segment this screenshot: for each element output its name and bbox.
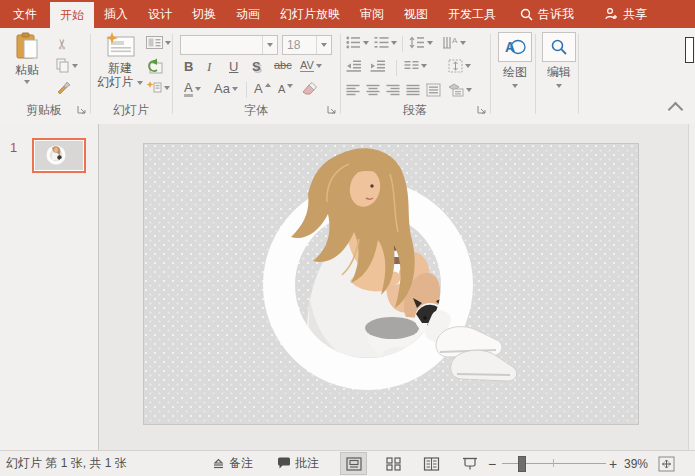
format-painter-button[interactable] <box>56 80 71 95</box>
zoom-out-button[interactable]: − <box>488 451 496 476</box>
columns-button[interactable] <box>404 60 427 72</box>
editing-button[interactable]: 编辑 <box>541 32 577 88</box>
change-case-button[interactable]: Aa <box>214 81 238 96</box>
copy-button[interactable] <box>56 58 78 73</box>
slide-1-thumbnail[interactable] <box>32 138 86 173</box>
eraser-icon <box>302 82 317 96</box>
underline-button[interactable]: U <box>229 59 238 74</box>
tab-home[interactable]: 开始 <box>50 2 94 28</box>
dropdown-arrow-icon <box>363 41 369 45</box>
tab-design[interactable]: 设计 <box>138 0 182 28</box>
align-text-button[interactable] <box>448 59 471 73</box>
fit-to-window-button[interactable] <box>658 451 675 476</box>
zoom-in-button[interactable]: + <box>609 451 617 476</box>
font-color-button[interactable]: A <box>184 81 201 97</box>
notes-toggle[interactable]: 备注 <box>212 451 253 476</box>
drawing-button[interactable]: A 绘图 <box>497 32 533 88</box>
down-arrow-icon <box>287 84 293 88</box>
change-case-glyph: Aa <box>214 81 230 96</box>
tab-insert[interactable]: 插入 <box>94 0 138 28</box>
dropdown-arrow-icon <box>427 41 433 45</box>
tell-me-label: 告诉我 <box>538 6 574 23</box>
text-shadow-button[interactable]: S <box>252 59 261 74</box>
section-button[interactable] <box>146 80 170 95</box>
increase-indent-button[interactable] <box>370 60 386 72</box>
italic-button[interactable]: I <box>207 59 211 75</box>
mini-separator <box>402 36 403 52</box>
line-spacing-button[interactable] <box>409 36 433 49</box>
tab-animations[interactable]: 动画 <box>226 0 270 28</box>
justify-button[interactable] <box>406 84 420 96</box>
justify-icon <box>406 84 420 96</box>
align-right-button[interactable] <box>386 84 400 96</box>
reading-view-icon <box>423 457 440 471</box>
scissors-icon: ✂ <box>54 38 70 50</box>
increase-indent-icon <box>370 60 386 72</box>
shrink-font-button[interactable]: A <box>278 83 293 95</box>
cut-button[interactable]: ✂ <box>56 36 68 52</box>
group-separator <box>340 34 341 114</box>
strikethrough-button[interactable]: abc <box>274 59 292 71</box>
share-button[interactable]: 共享 <box>596 0 655 28</box>
character-spacing-button[interactable]: AV <box>300 59 322 72</box>
paragraph-group-label: 段落 <box>342 102 488 119</box>
tab-slideshow-label: 幻灯片放映 <box>280 6 340 23</box>
clear-formatting-button[interactable] <box>302 82 317 96</box>
search-icon <box>520 8 533 21</box>
tab-view[interactable]: 视图 <box>394 0 438 28</box>
tab-transitions[interactable]: 切换 <box>182 0 226 28</box>
paste-button[interactable]: 粘贴 <box>6 32 48 84</box>
distribute-button[interactable] <box>426 83 441 97</box>
align-center-button[interactable] <box>366 84 380 96</box>
decrease-indent-button[interactable] <box>346 60 362 72</box>
convert-smartart-button[interactable] <box>448 83 472 97</box>
numbering-icon <box>374 36 389 49</box>
tell-me-button[interactable]: 告诉我 <box>512 0 582 28</box>
tab-developer[interactable]: 开发工具 <box>438 0 506 28</box>
mini-separator <box>396 60 397 76</box>
plus-icon: + <box>609 456 617 472</box>
zoom-slider-thumb[interactable] <box>518 456 526 472</box>
line-spacing-icon <box>409 36 425 49</box>
slide-layout-button[interactable] <box>146 36 171 49</box>
collapse-ribbon-button[interactable] <box>668 102 684 118</box>
slideshow-icon <box>462 457 478 471</box>
align-left-button[interactable] <box>346 84 360 96</box>
font-name-combo[interactable] <box>180 35 278 55</box>
new-slide-button[interactable]: 新建幻灯片 <box>96 32 144 89</box>
slide-canvas[interactable] <box>143 143 639 425</box>
grow-font-button[interactable]: A <box>254 81 271 96</box>
bullets-icon <box>346 36 361 49</box>
slide-sorter-view-button[interactable] <box>380 452 407 475</box>
group-separator <box>172 34 173 114</box>
zoom-slider-center-tick <box>553 459 554 467</box>
tab-file[interactable]: 文件 <box>0 0 50 28</box>
tab-review[interactable]: 审阅 <box>350 0 394 28</box>
paragraph-dialog-launcher[interactable] <box>476 104 488 116</box>
font-size-combo[interactable]: 18 <box>282 35 332 55</box>
dropdown-arrow-icon <box>165 41 171 45</box>
reset-slide-button[interactable] <box>146 58 163 74</box>
format-painter-icon <box>56 80 71 95</box>
tab-insert-label: 插入 <box>104 6 128 23</box>
dropdown-arrow-icon <box>460 41 466 45</box>
normal-view-button[interactable] <box>340 452 367 475</box>
text-direction-button[interactable]: A <box>442 36 466 49</box>
dropdown-arrow-icon <box>164 86 170 90</box>
group-separator <box>578 34 579 114</box>
dropdown-arrow-icon <box>391 41 397 45</box>
bullets-button[interactable] <box>346 36 369 49</box>
slideshow-view-button[interactable] <box>456 452 483 475</box>
zoom-level[interactable]: 39% <box>624 451 648 476</box>
comments-toggle[interactable]: 批注 <box>277 451 319 476</box>
vertical-scrollbar[interactable] <box>688 124 695 450</box>
tab-slideshow[interactable]: 幻灯片放映 <box>270 0 350 28</box>
picture-with-ring[interactable] <box>144 144 638 424</box>
text-direction-icon: A <box>442 36 458 49</box>
slide-number: 1 <box>10 140 17 155</box>
reading-view-button[interactable] <box>418 452 445 475</box>
numbering-button[interactable] <box>374 36 397 49</box>
bold-button[interactable]: B <box>184 59 193 74</box>
font-dialog-launcher[interactable] <box>326 104 338 116</box>
clipboard-dialog-launcher[interactable] <box>76 104 88 116</box>
